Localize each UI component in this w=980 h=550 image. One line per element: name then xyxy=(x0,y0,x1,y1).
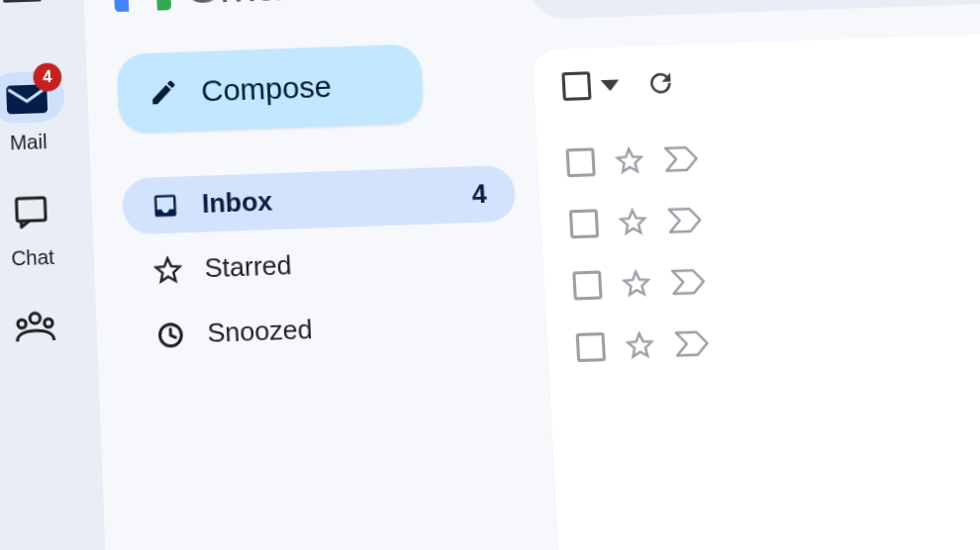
brand-title: Gmail xyxy=(183,0,302,14)
star-icon xyxy=(153,255,183,285)
select-all-checkbox[interactable] xyxy=(561,71,591,101)
refresh-icon[interactable] xyxy=(644,67,676,99)
search-bar[interactable] xyxy=(527,0,980,20)
menu-icon[interactable] xyxy=(2,0,44,10)
spaces-icon xyxy=(0,302,74,356)
star-icon[interactable] xyxy=(618,208,647,237)
svg-point-1 xyxy=(30,313,41,323)
compose-label: Compose xyxy=(201,69,333,109)
sidebar-item-snoozed[interactable]: Snoozed xyxy=(127,294,524,364)
app-rail-item-chat[interactable]: Chat xyxy=(0,185,94,272)
chat-icon xyxy=(0,186,69,239)
gmail-logo-icon xyxy=(113,0,171,12)
row-checkbox[interactable] xyxy=(566,147,596,177)
app-rail-label: Chat xyxy=(11,245,54,270)
inbox-icon xyxy=(150,190,180,220)
row-checkbox[interactable] xyxy=(576,332,606,362)
svg-point-3 xyxy=(45,319,53,327)
important-icon[interactable] xyxy=(670,268,707,296)
sidebar-item-label: Starred xyxy=(204,242,491,284)
brand[interactable]: Gmail xyxy=(113,0,505,16)
important-icon[interactable] xyxy=(663,145,699,173)
message-list-panel xyxy=(532,28,980,550)
unread-badge: 4 xyxy=(33,62,62,92)
important-icon[interactable] xyxy=(674,329,711,357)
message-list xyxy=(565,116,980,383)
sidebar-item-label: Snoozed xyxy=(207,308,494,350)
toolbar xyxy=(561,50,980,102)
compose-button[interactable]: Compose xyxy=(117,44,425,134)
app-rail-item-mail[interactable]: 4 Mail xyxy=(0,70,90,157)
svg-rect-0 xyxy=(16,198,46,222)
mail-icon: 4 xyxy=(0,70,65,124)
sidebar-item-count: 4 xyxy=(471,178,488,211)
app-rail-item-spaces[interactable] xyxy=(0,301,98,356)
chevron-down-icon xyxy=(601,79,620,91)
row-checkbox[interactable] xyxy=(569,209,599,238)
main-area xyxy=(525,0,980,550)
select-all[interactable] xyxy=(561,70,620,101)
star-icon[interactable] xyxy=(622,269,651,299)
sidebar: Gmail Compose Inbox 4 Starred xyxy=(81,0,563,550)
sidebar-item-label: Inbox xyxy=(201,179,450,220)
sidebar-item-starred[interactable]: Starred xyxy=(124,229,520,300)
star-icon[interactable] xyxy=(625,330,655,360)
star-icon[interactable] xyxy=(615,146,644,176)
app-rail-label: Mail xyxy=(10,131,48,155)
pencil-icon xyxy=(147,77,179,109)
row-checkbox[interactable] xyxy=(572,270,602,300)
sidebar-item-inbox[interactable]: Inbox 4 xyxy=(122,165,517,235)
clock-icon xyxy=(155,320,185,349)
important-icon[interactable] xyxy=(667,207,703,234)
svg-point-2 xyxy=(18,320,27,328)
